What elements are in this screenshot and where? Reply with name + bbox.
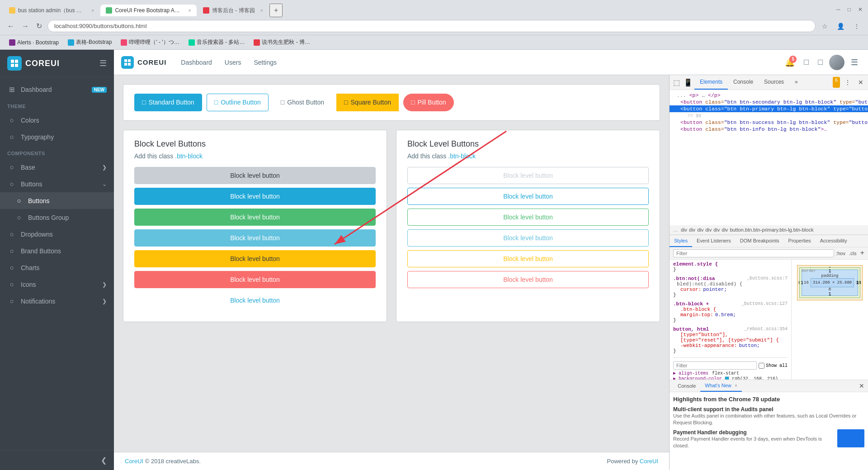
computed-filter-input[interactable]	[673, 361, 757, 370]
html-line-btn-info[interactable]: <button class="btn btn-info btn-lg btn-b…	[670, 126, 868, 133]
bookmark-button[interactable]: ☆	[819, 21, 830, 32]
devtools-settings-button[interactable]: ⋮	[842, 77, 854, 88]
extensions-button[interactable]: ⋮	[851, 21, 863, 32]
sidebar-item-base[interactable]: ○ Base ❯	[0, 159, 114, 176]
header-nav-users[interactable]: Users	[219, 55, 247, 70]
block-outline-btn-primary[interactable]: Block level button	[407, 188, 649, 205]
new-tab-button[interactable]: +	[269, 4, 283, 17]
filter-add-button[interactable]: +	[860, 249, 864, 257]
block-outline-btn-danger[interactable]: Block level button	[407, 271, 649, 288]
notification-bell-button[interactable]: 🔔 5	[782, 55, 797, 70]
html-line-btn-success[interactable]: <button class="btn btn-success btn-lg bt…	[670, 119, 868, 126]
block-btn-info[interactable]: Block level button	[134, 229, 376, 247]
browser-tab-3[interactable]: 博客后台 - 博客园 ×	[198, 4, 269, 17]
console-tab-console[interactable]: Console	[673, 380, 700, 391]
block-btn-secondary[interactable]: Block level button	[134, 167, 376, 184]
footer-powered-link[interactable]: CoreUI	[640, 458, 658, 465]
bookmark-4[interactable]: 音乐搜索器 - 多站…	[185, 37, 249, 47]
reload-button[interactable]: ↻	[34, 20, 44, 32]
ghost-button[interactable]: □ Ghost Button	[273, 94, 332, 111]
close-browser-button[interactable]: ✕	[856, 5, 864, 14]
console-close-button[interactable]: ✕	[859, 382, 864, 389]
styles-tab-properties[interactable]: Properties	[784, 235, 816, 247]
styles-tab-dom-breakpoints[interactable]: DOM Breakpoints	[736, 235, 784, 247]
sidebar-item-typography[interactable]: ○ Typography	[0, 128, 114, 145]
address-bar[interactable]: localhost:9090/buttons/buttons.html	[47, 20, 816, 32]
breadcrumb-div-5[interactable]: div	[713, 227, 720, 233]
header-nav-dashboard[interactable]: Dashboard	[175, 55, 217, 70]
tasks-button[interactable]: □	[815, 55, 826, 70]
styles-filter-input[interactable]	[673, 249, 834, 257]
sidebar-item-dashboard[interactable]: ⊞ Dashboard NEW	[0, 81, 114, 98]
browser-tab-2[interactable]: CoreUI Free Bootstrap Admin… ×	[100, 5, 196, 16]
header-menu-button[interactable]: ☰	[848, 55, 861, 70]
sidebar-item-icons[interactable]: ○ Icons ❯	[0, 276, 114, 293]
styles-tab-event-listeners[interactable]: Event Listeners	[692, 235, 736, 247]
block-btn-success[interactable]: Block level button	[134, 209, 376, 226]
sidebar-item-charts[interactable]: ○ Charts	[0, 259, 114, 276]
outline-button[interactable]: □ Outline Button	[207, 94, 269, 111]
filter-cls-button[interactable]: .cls	[849, 251, 857, 256]
breadcrumb-div-1[interactable]: div	[681, 227, 687, 233]
breadcrumb-button[interactable]: button.btn.btn-primary.btn-lg.btn-block	[730, 227, 813, 233]
devtools-tab-elements[interactable]: Elements	[694, 75, 728, 90]
sidebar-item-buttons-sub[interactable]: ○ Buttons	[0, 192, 114, 209]
html-line-btn-primary[interactable]: <button class="btn btn-primary btn-lg bt…	[670, 105, 868, 112]
block-outline-btn-secondary[interactable]: Block level button	[407, 167, 649, 184]
devtools-inspect-button[interactable]: ⬚	[671, 76, 682, 89]
forward-button[interactable]: →	[20, 20, 31, 32]
devtools-device-button[interactable]: 📱	[682, 76, 694, 89]
bookmark-2[interactable]: 表格-Bootstrap	[64, 37, 115, 47]
styles-tab-styles[interactable]: Styles	[670, 235, 692, 247]
block-btn-primary[interactable]: Block level button	[134, 188, 376, 205]
devtools-tab-sources[interactable]: Sources	[759, 75, 789, 90]
restore-button[interactable]: □	[846, 5, 853, 14]
back-button[interactable]: ←	[5, 20, 16, 32]
styles-tab-accessibility[interactable]: Accessibility	[816, 235, 852, 247]
block-outline-btn-success[interactable]: Block level button	[407, 209, 649, 226]
sidebar-item-dropdowns[interactable]: ○ Dropdowns	[0, 226, 114, 242]
bookmark-5[interactable]: 说书先生肥秋 - 博…	[250, 37, 314, 47]
footer-brand-link[interactable]: CoreUI	[125, 458, 143, 465]
block-outline-btn-info[interactable]: Block level button	[407, 229, 649, 247]
console-item-1: Multi-client support in the Audits panel…	[673, 406, 864, 427]
tab-close-1[interactable]: ×	[91, 8, 94, 13]
breadcrumb-div-4[interactable]: div	[705, 227, 712, 233]
breadcrumb-div-2[interactable]: div	[689, 227, 695, 233]
breadcrumb-div-3[interactable]: div	[697, 227, 703, 233]
html-line-btn-secondary[interactable]: <button class="btn btn-secondary btn-lg …	[670, 99, 868, 105]
sidebar-item-notifications[interactable]: ○ Notifications ❯	[0, 293, 114, 309]
block-btn-danger[interactable]: Block level button	[134, 271, 376, 288]
devtools-tab-more[interactable]: »	[789, 75, 803, 90]
console-tab-whats-new[interactable]: What's New ×	[700, 380, 742, 392]
minimize-button[interactable]: ─	[835, 5, 842, 14]
tab-close-3[interactable]: ×	[260, 8, 263, 13]
html-line-p[interactable]: ... <p> … </p>	[670, 92, 868, 99]
sidebar-item-buttons-group[interactable]: ○ Buttons Group	[0, 209, 114, 226]
header-nav-settings[interactable]: Settings	[248, 55, 282, 70]
browser-tab-1[interactable]: bus station admin（bus 站点… ×	[4, 4, 99, 17]
profile-button[interactable]: 👤	[834, 21, 847, 32]
devtools-tab-console[interactable]: Console	[728, 75, 759, 90]
hamburger-button[interactable]: ☰	[99, 58, 107, 68]
block-outline-btn-warning[interactable]: Block level button	[407, 250, 649, 267]
sidebar-collapse-button[interactable]: ❮	[101, 456, 107, 465]
devtools-close-button[interactable]: ✕	[855, 77, 866, 88]
sidebar-item-buttons[interactable]: ○ Buttons ⌄	[0, 176, 114, 192]
show-all-checkbox[interactable]	[759, 363, 764, 369]
tab-close-2[interactable]: ×	[188, 8, 191, 13]
messages-button[interactable]: □	[801, 55, 811, 70]
user-avatar[interactable]	[829, 55, 844, 70]
breadcrumb-div-6[interactable]: div	[722, 227, 728, 233]
bookmark-1[interactable]: Alerts · Bootstrap	[5, 38, 62, 47]
block-btn-warning[interactable]: Block level button	[134, 250, 376, 267]
square-button[interactable]: □ Square Button	[336, 94, 399, 111]
block-btn-link[interactable]: Block level button	[134, 292, 376, 309]
standard-button[interactable]: □ Standard Button	[134, 94, 202, 111]
sidebar-item-brand-buttons[interactable]: ○ Brand Buttons	[0, 242, 114, 259]
whats-new-close-button[interactable]: ×	[735, 383, 737, 388]
pill-button[interactable]: □ Pill Button	[403, 94, 454, 111]
bookmark-3[interactable]: 哔哩哔哩（' - '）つ…	[117, 37, 183, 47]
sidebar-item-colors[interactable]: ○ Colors	[0, 112, 114, 128]
filter-hov-button[interactable]: :hov	[836, 251, 845, 256]
